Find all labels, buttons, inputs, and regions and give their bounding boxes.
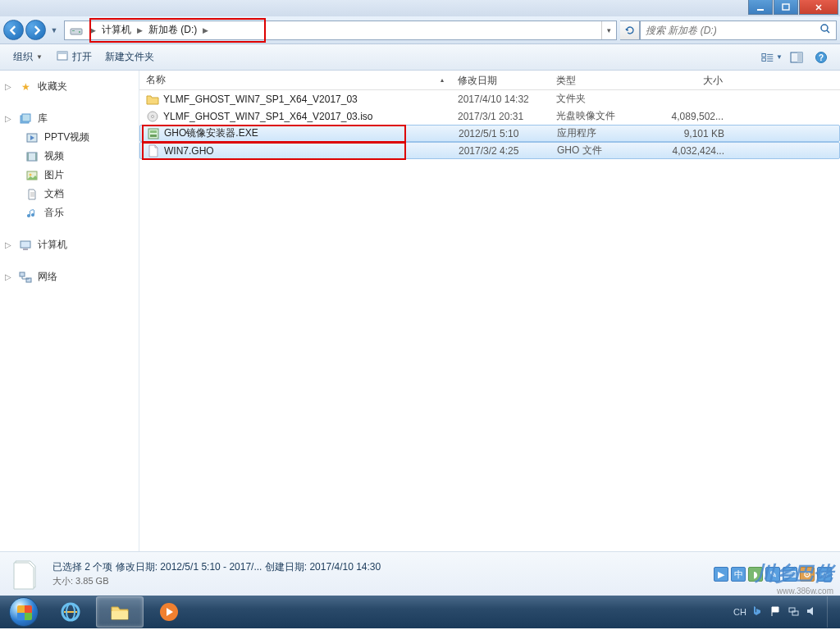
file-row-selected[interactable]: GHO镜像安装器.EXE 2012/5/1 5:10 应用程序 9,101 KB [139,125,840,142]
svg-rect-19 [35,153,37,161]
breadcrumb-sep[interactable]: ▶ [135,26,145,34]
navbar: ▼ ▶ 计算机 ▶ 新加卷 (D:) ▶ ▾ [0,16,840,44]
sidebar-item-pptv[interactable]: PPTV视频 [0,128,139,147]
svg-point-4 [79,31,80,33]
file-date: 2017/3/1 20:31 [451,111,550,122]
nav-history-drop[interactable]: ▼ [48,26,61,34]
watermark: 川乡巴佬 www.386w.com [755,560,833,596]
svg-rect-33 [112,611,128,619]
maximize-button[interactable] [774,0,798,15]
breadcrumb-drive[interactable]: 新加卷 (D:) [145,23,200,37]
volume-icon[interactable] [806,605,819,619]
start-button[interactable] [2,596,46,628]
preview-pane-button[interactable] [786,48,807,66]
col-type[interactable]: 类型 [550,71,648,89]
file-icon [147,144,160,158]
taskbar-explorer[interactable] [96,596,144,628]
breadcrumb-sep[interactable]: ▶ [88,26,98,34]
svg-rect-24 [20,272,25,276]
col-date[interactable]: 修改日期 [451,71,550,89]
breadcrumb-sep[interactable]: ▶ [200,26,211,34]
sidebar-favorites[interactable]: ▷ ★ 收藏夹 [0,77,139,96]
expand-icon[interactable]: ▷ [5,240,13,249]
network-icon [18,272,33,283]
close-button[interactable] [799,0,838,15]
file-type: 应用程序 [550,126,649,140]
details-line2: 大小: 3.85 GB [52,575,704,587]
col-size[interactable]: 大小 [648,71,730,89]
svg-text:?: ? [819,53,824,62]
sidebar-item-music[interactable]: 音乐 [0,203,139,222]
file-date: 2017/3/2 4:25 [452,145,550,157]
expand-icon[interactable]: ▷ [5,114,13,123]
libraries-label: 库 [38,112,48,126]
file-list: 名称▴ 修改日期 类型 大小 YLMF_GHOST_WIN7_SP1_X64_V… [139,71,840,551]
search-box[interactable] [640,21,837,40]
view-menu[interactable]: ▼ [761,48,783,66]
svg-rect-7 [57,52,67,54]
help-button[interactable]: ? [810,48,832,66]
computer-label: 计算机 [38,238,67,252]
breadcrumb: ▶ 计算机 ▶ 新加卷 (D:) ▶ [88,23,211,37]
svg-rect-18 [27,153,29,161]
libraries-icon [18,113,33,125]
command-bar: 组织▼ 打开 新建文件夹 ▼ ? [0,44,840,71]
new-folder-button[interactable]: 新建文件夹 [98,50,161,64]
sidebar-computer[interactable]: ▷ 计算机 [0,235,139,254]
sidebar-network[interactable]: ▷ 网络 [0,267,139,286]
address-dropdown[interactable]: ▾ [601,21,616,39]
file-name: GHO镜像安装器.EXE [164,126,258,140]
refresh-button[interactable] [620,21,640,40]
ime-icon[interactable]: ▶ [714,567,728,582]
organize-label: 组织 [13,50,33,64]
svg-rect-1 [783,4,789,10]
titlebar [0,0,840,16]
col-name[interactable]: 名称▴ [139,71,451,89]
folder-icon [146,93,159,106]
sidebar-label: 视频 [44,149,64,163]
show-desktop-button[interactable] [827,596,835,628]
sidebar-label: PPTV视频 [44,130,89,144]
file-size: 4,089,502... [648,111,730,122]
details-line1: 已选择 2 个项 修改日期: 2012/5/1 5:10 - 2017/... … [52,560,704,574]
nav-pane: ▷ ★ 收藏夹 ▷ 库 PPTV视频 视频 图片 [0,71,139,551]
open-button[interactable]: 打开 [49,49,98,65]
sidebar-item-documents[interactable]: 文档 [0,185,139,203]
file-row[interactable]: YLMF_GHOST_WIN7_SP1_X64_V2017_03 2017/4/… [139,90,840,107]
network-icon[interactable] [788,605,801,619]
ime-lang[interactable]: 中 [731,567,746,582]
expand-icon[interactable]: ▷ [5,82,13,91]
forward-button[interactable] [25,20,46,40]
breadcrumb-computer[interactable]: 计算机 [98,23,135,37]
taskbar-ie[interactable] [47,596,94,628]
taskbar-wmp[interactable] [145,596,193,628]
minimize-button[interactable] [748,0,773,15]
file-date: 2012/5/1 5:10 [452,128,550,139]
organize-menu[interactable]: 组织▼ [7,50,49,64]
bing-icon[interactable] [751,605,765,619]
back-button[interactable] [3,20,24,40]
svg-rect-8 [762,53,765,57]
address-bar[interactable]: ▶ 计算机 ▶ 新加卷 (D:) ▶ ▾ [64,21,617,40]
svg-rect-11 [797,52,802,62]
document-icon [25,189,39,200]
sidebar-item-pictures[interactable]: 图片 [0,166,139,185]
tray-lang[interactable]: CH [733,607,746,617]
svg-rect-15 [22,114,30,121]
svg-rect-30 [150,135,157,137]
sidebar-item-video[interactable]: 视频 [0,147,139,166]
file-name: WIN7.GHO [164,145,214,157]
flag-icon[interactable] [769,605,783,619]
sidebar-label: 音乐 [44,206,64,220]
network-label: 网络 [38,270,57,284]
search-input[interactable] [646,25,819,36]
file-row-selected[interactable]: WIN7.GHO 2017/3/2 4:25 GHO 文件 4,032,424.… [139,142,840,159]
sidebar-libraries[interactable]: ▷ 库 [0,109,139,128]
svg-rect-23 [23,249,28,250]
system-tray: CH [733,596,838,628]
search-icon[interactable] [819,23,831,38]
svg-rect-3 [72,30,75,31]
expand-icon[interactable]: ▷ [5,272,13,281]
file-type: 文件夹 [550,92,648,106]
file-row[interactable]: YLMF_GHOST_WIN7_SP1_X64_V2017_03.iso 201… [139,107,840,125]
